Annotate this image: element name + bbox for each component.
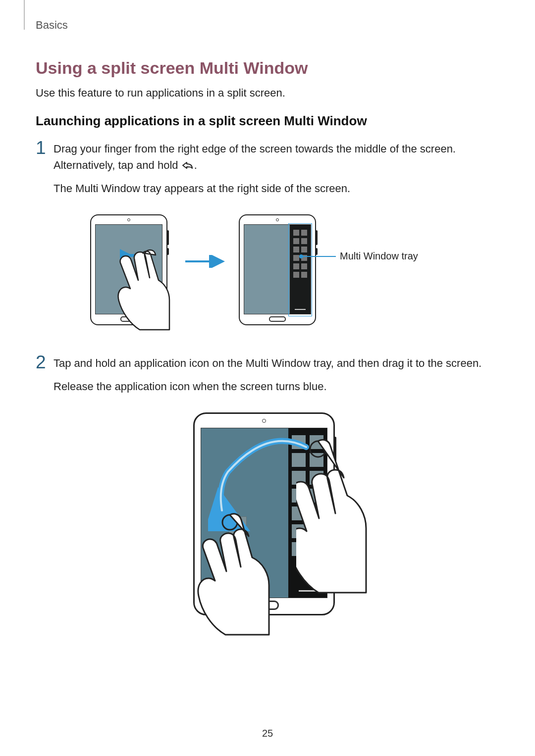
page-number: 25 <box>0 728 535 739</box>
step-1-line-2: The Multi Window tray appears at the rig… <box>54 180 499 197</box>
step-1-line-1: Drag your finger from the right edge of … <box>54 141 499 173</box>
figure-step-1: Multi Window tray <box>36 214 499 338</box>
hand-swipe-icon <box>95 244 179 335</box>
section-subheading: Launching applications in a split screen… <box>36 113 499 129</box>
callout-multi-window-tray: Multi Window tray <box>340 251 418 262</box>
section-intro: Use this feature to run applications in … <box>36 87 499 100</box>
step-1-number: 1 <box>36 139 54 157</box>
arrow-right-icon <box>183 255 225 268</box>
step-2-number: 2 <box>36 353 54 371</box>
step-2-line-2: Release the application icon when the sc… <box>54 378 499 395</box>
chapter-label: Basics <box>36 19 68 32</box>
section-title: Using a split screen Multi Window <box>36 58 499 78</box>
hand-drop-icon <box>195 510 289 641</box>
step-1-text-b: . <box>194 159 197 171</box>
illustration-phone-right <box>239 214 316 325</box>
header-divider <box>24 0 25 30</box>
step-2: 2 Tap and hold an application icon on th… <box>36 355 499 402</box>
step-1: 1 Drag your finger from the right edge o… <box>36 141 499 203</box>
callout-line <box>301 256 336 257</box>
figure-step-2 <box>109 412 426 635</box>
back-icon <box>181 159 194 171</box>
hand-hold-icon <box>296 434 415 600</box>
step-2-line-1: Tap and hold an application icon on the … <box>54 355 499 371</box>
multi-window-tray-small <box>290 225 311 314</box>
step-1-text-a: Drag your finger from the right edge of … <box>54 143 456 171</box>
